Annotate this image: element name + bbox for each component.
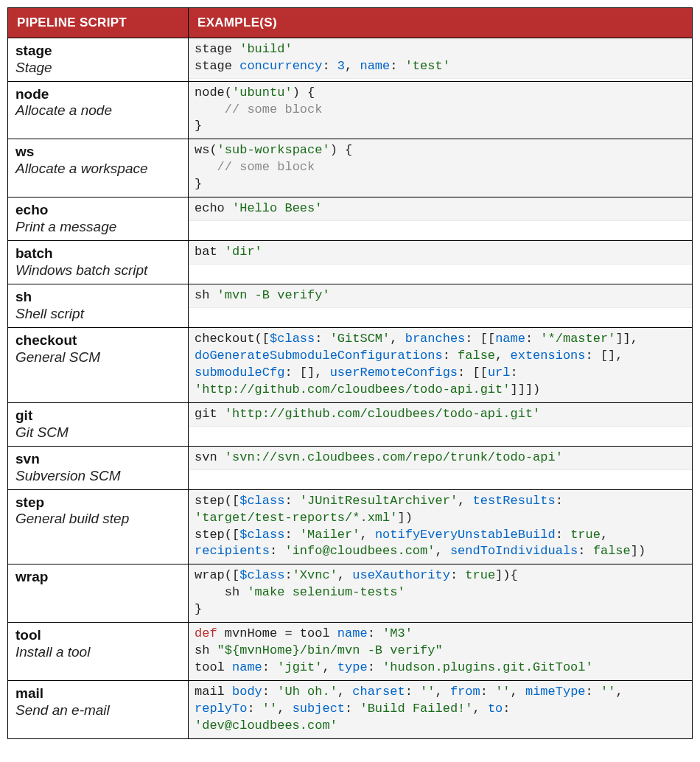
example-cell: wrap([$class:'Xvnc', useXauthority: true… xyxy=(189,564,693,623)
example-cell: ws('sub-workspace') { // some block } xyxy=(189,139,693,198)
table-row: echoPrint a messageecho 'Hello Bees' xyxy=(8,198,693,241)
script-cell: gitGit SCM xyxy=(8,402,189,446)
example-cell: def mvnHome = tool name: 'M3' sh "${mvnH… xyxy=(189,623,693,681)
script-cell: stepGeneral build step xyxy=(8,489,189,564)
command-description: Shell script xyxy=(15,306,181,323)
script-cell: echoPrint a message xyxy=(8,198,189,241)
command-description: Windows batch script xyxy=(15,262,181,279)
command-name: svn xyxy=(15,451,181,468)
table-row: stepGeneral build stepstep([$class: 'JUn… xyxy=(8,489,693,564)
code-example: bat 'dir' xyxy=(189,241,692,265)
script-cell: svnSubversion SCM xyxy=(8,446,189,489)
command-name: sh xyxy=(15,289,181,306)
example-cell: svn 'svn://svn.cloudbees.com/repo/trunk/… xyxy=(189,446,693,489)
table-row: wrapwrap([$class:'Xvnc', useXauthority: … xyxy=(8,564,693,623)
spacer xyxy=(189,470,692,489)
example-cell: checkout([$class: 'GitSCM', branches: [[… xyxy=(189,328,693,403)
command-name: checkout xyxy=(15,332,181,349)
table-row: stageStagestage 'build' stage concurrenc… xyxy=(8,38,693,82)
code-example: git 'http://github.com/cloudbees/todo-ap… xyxy=(189,403,692,427)
code-example: sh 'mvn -B verify' xyxy=(189,284,692,308)
command-name: node xyxy=(15,86,181,103)
command-description: Stage xyxy=(15,60,181,77)
command-name: tool xyxy=(15,627,181,644)
example-cell: bat 'dir' xyxy=(189,241,693,284)
command-name: wrap xyxy=(15,569,181,586)
example-cell: stage 'build' stage concurrency: 3, name… xyxy=(189,38,693,82)
code-example: echo 'Hello Bees' xyxy=(189,198,692,221)
command-description: General SCM xyxy=(15,349,181,366)
command-name: stage xyxy=(15,43,181,60)
code-example: ws('sub-workspace') { // some block } xyxy=(189,139,692,197)
script-cell: toolInstall a tool xyxy=(8,623,189,681)
table-row: gitGit SCMgit 'http://github.com/cloudbe… xyxy=(8,402,693,446)
command-name: step xyxy=(15,494,181,511)
command-description: Allocate a workspace xyxy=(15,161,181,178)
script-cell: shShell script xyxy=(8,284,189,328)
table-row: checkoutGeneral SCMcheckout([$class: 'Gi… xyxy=(8,328,693,403)
table-row: batchWindows batch scriptbat 'dir' xyxy=(8,241,693,284)
script-cell: stageStage xyxy=(8,38,189,82)
code-example: node('ubuntu') { // some block } xyxy=(189,82,692,139)
spacer xyxy=(189,221,692,240)
table-row: nodeAllocate a nodenode('ubuntu') { // s… xyxy=(8,81,693,139)
command-description: Print a message xyxy=(15,219,181,236)
code-example: def mvnHome = tool name: 'M3' sh "${mvnH… xyxy=(189,623,692,680)
command-description: Git SCM xyxy=(15,424,181,441)
command-name: echo xyxy=(15,202,181,219)
code-example: step([$class: 'JUnitResultArchiver', tes… xyxy=(189,490,692,564)
spacer xyxy=(189,265,692,284)
pipeline-reference-table: PIPELINE SCRIPT EXAMPLE(S) stageStagesta… xyxy=(7,7,693,739)
command-name: git xyxy=(15,408,181,424)
header-col1: PIPELINE SCRIPT xyxy=(8,8,189,38)
command-description: Install a tool xyxy=(15,644,181,661)
script-cell: wsAllocate a workspace xyxy=(8,139,189,198)
command-description: Send an e-mail xyxy=(15,702,181,719)
command-name: mail xyxy=(15,685,181,702)
header-col2: EXAMPLE(S) xyxy=(189,8,693,38)
code-example: svn 'svn://svn.cloudbees.com/repo/trunk/… xyxy=(189,447,692,470)
code-example: wrap([$class:'Xvnc', useXauthority: true… xyxy=(189,564,692,622)
table-row: svnSubversion SCMsvn 'svn://svn.cloudbee… xyxy=(8,446,693,489)
table-row: mailSend an e-mailmail body: 'Uh oh.', c… xyxy=(8,681,693,739)
example-cell: echo 'Hello Bees' xyxy=(189,198,693,241)
table-row: shShell scriptsh 'mvn -B verify' xyxy=(8,284,693,328)
example-cell: sh 'mvn -B verify' xyxy=(189,284,693,328)
script-cell: nodeAllocate a node xyxy=(8,81,189,139)
script-cell: wrap xyxy=(8,564,189,623)
example-cell: node('ubuntu') { // some block } xyxy=(189,81,693,139)
table-row: wsAllocate a workspacews('sub-workspace'… xyxy=(8,139,693,198)
example-cell: mail body: 'Uh oh.', charset: '', from: … xyxy=(189,681,693,739)
command-description: General build step xyxy=(15,511,181,528)
spacer xyxy=(189,427,692,446)
table-row: toolInstall a tooldef mvnHome = tool nam… xyxy=(8,623,693,681)
command-name: batch xyxy=(15,245,181,262)
example-cell: step([$class: 'JUnitResultArchiver', tes… xyxy=(189,489,693,564)
code-example: mail body: 'Uh oh.', charset: '', from: … xyxy=(189,681,692,738)
command-description: Subversion SCM xyxy=(15,468,181,485)
spacer xyxy=(189,308,692,327)
command-description: Allocate a node xyxy=(15,102,181,119)
code-example: checkout([$class: 'GitSCM', branches: [[… xyxy=(189,328,692,402)
script-cell: mailSend an e-mail xyxy=(8,681,189,739)
command-name: ws xyxy=(15,144,181,161)
code-example: stage 'build' stage concurrency: 3, name… xyxy=(189,38,692,79)
script-cell: checkoutGeneral SCM xyxy=(8,328,189,403)
script-cell: batchWindows batch script xyxy=(8,241,189,284)
example-cell: git 'http://github.com/cloudbees/todo-ap… xyxy=(189,402,693,446)
